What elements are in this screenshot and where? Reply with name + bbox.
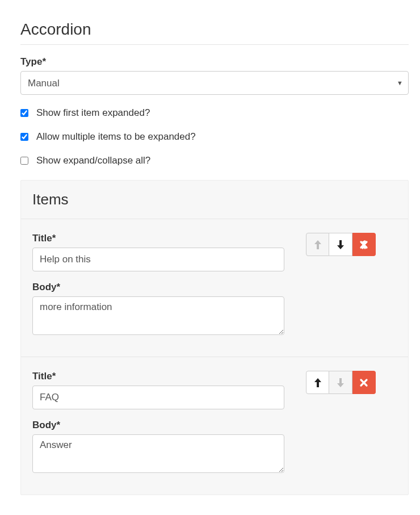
item-body-textarea[interactable]: more information [32,296,284,335]
item-title-label: Title* [32,371,284,382]
move-up-button[interactable] [306,371,329,394]
allow-multiple-checkbox[interactable] [20,133,28,141]
item-body-label: Body* [32,420,284,431]
type-field: Type* Manual ▼ [20,56,409,95]
arrow-up-icon [313,378,322,388]
show-first-expanded-row: Show first item expanded? [20,107,409,119]
show-expand-collapse-label: Show expand/collapse all? [36,155,150,166]
close-icon [359,378,368,387]
item-card: Title* Body* more information [21,219,408,357]
arrow-down-icon [336,240,345,250]
move-up-button[interactable] [306,233,329,256]
item-title-input[interactable] [32,248,284,271]
allow-multiple-label: Allow multiple items to be expanded? [36,131,196,143]
delete-button[interactable] [352,371,376,394]
arrow-up-icon [313,240,322,250]
allow-multiple-row: Allow multiple items to be expanded? [20,131,409,143]
items-title: Items [32,191,408,208]
type-label: Type* [20,56,409,68]
show-first-expanded-label: Show first item expanded? [36,107,150,119]
move-down-button[interactable] [329,233,352,256]
close-icon [359,240,368,249]
item-body-label: Body* [32,282,284,293]
delete-button[interactable] [352,233,376,256]
item-body-textarea[interactable]: Answer [32,434,284,473]
show-expand-collapse-checkbox[interactable] [20,157,28,165]
arrow-down-icon [336,378,345,388]
show-expand-collapse-row: Show expand/collapse all? [20,155,409,166]
section-title: Accordion [20,20,409,45]
move-down-button[interactable] [329,371,352,394]
items-panel: Items Title* Body* more information [20,180,409,495]
item-title-input[interactable] [32,386,284,409]
type-select[interactable]: Manual [20,71,409,95]
show-first-expanded-checkbox[interactable] [20,109,28,117]
item-card: Title* Body* Answer [21,357,408,495]
item-title-label: Title* [32,233,284,244]
